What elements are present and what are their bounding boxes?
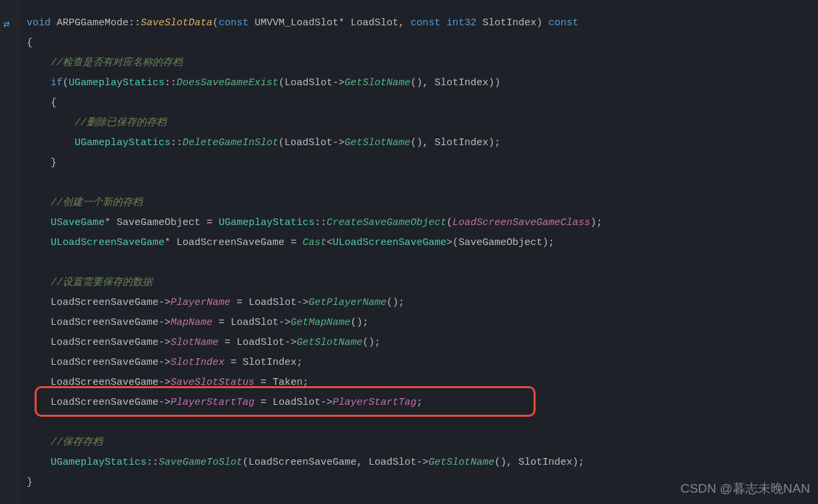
code-line: { xyxy=(27,37,33,49)
code-line: //检查是否有对应名称的存档 xyxy=(27,57,183,69)
code-line: LoadScreenSaveGame->PlayerStartTag = Loa… xyxy=(27,397,422,408)
watermark-text: CSDN @暮志未晚NAN xyxy=(680,479,810,499)
override-icon: ⇄ xyxy=(3,15,10,35)
code-line: } xyxy=(27,157,57,168)
code-line: LoadScreenSaveGame->SaveSlotStatus = Tak… xyxy=(27,377,308,388)
code-line: UGameplayStatics::DeleteGameInSlot(LoadS… xyxy=(27,137,500,148)
comment: //检查是否有对应名称的存档 xyxy=(51,57,183,69)
code-editor[interactable]: void ARPGGameMode::SaveSlotData(const UM… xyxy=(0,0,818,493)
code-line: ULoadScreenSaveGame* LoadScreenSaveGame … xyxy=(27,237,554,248)
comment: //删除已保存的存档 xyxy=(75,117,167,128)
code-line: LoadScreenSaveGame->SlotIndex = SlotInde… xyxy=(27,357,302,368)
code-line: { xyxy=(27,97,57,109)
code-line: LoadScreenSaveGame->SlotName = LoadSlot-… xyxy=(27,337,380,348)
code-line: USaveGame* SaveGameObject = UGameplaySta… xyxy=(27,217,602,228)
func-name: SaveSlotData xyxy=(141,17,212,29)
code-line: LoadScreenSaveGame->PlayerName = LoadSlo… xyxy=(27,297,404,308)
code-line: UGameplayStatics::SaveGameToSlot(LoadScr… xyxy=(27,457,584,468)
code-line: //设置需要保存的数据 xyxy=(27,277,153,288)
keyword-void: void xyxy=(27,17,51,29)
comment: //创建一个新的存档 xyxy=(51,197,143,208)
editor-gutter: ⇄ xyxy=(0,0,19,504)
comment: //保存存档 xyxy=(51,437,103,448)
code-line: void ARPGGameMode::SaveSlotData(const UM… xyxy=(27,17,578,29)
comment: //设置需要保存的数据 xyxy=(51,277,153,288)
code-line: //保存存档 xyxy=(27,437,103,448)
code-line: LoadScreenSaveGame->MapName = LoadSlot->… xyxy=(27,317,368,328)
code-line: } xyxy=(27,477,33,488)
code-line: //创建一个新的存档 xyxy=(27,197,143,208)
code-line: if(UGameplayStatics::DoesSaveGameExist(L… xyxy=(27,77,500,89)
code-line: //删除已保存的存档 xyxy=(27,117,167,128)
class-name: ARPGGameMode xyxy=(57,17,129,29)
